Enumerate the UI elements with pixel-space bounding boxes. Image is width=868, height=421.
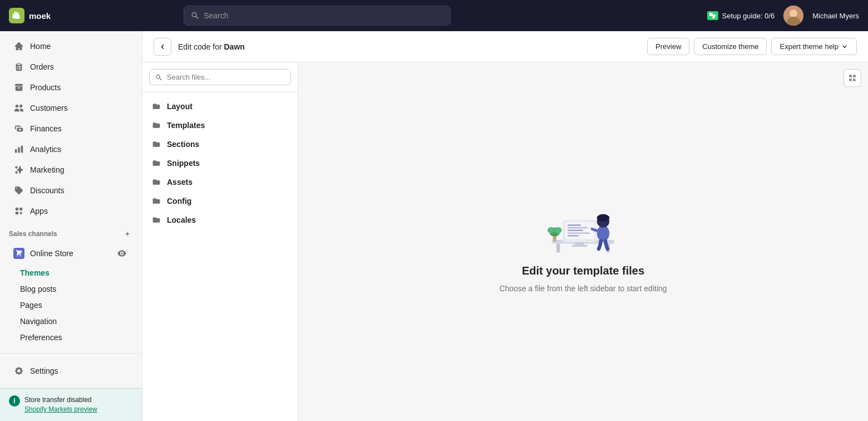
sidebar-item-navigation[interactable]: Navigation: [4, 314, 137, 329]
online-store-left: Online Store: [13, 248, 73, 259]
settings-icon: [13, 365, 24, 376]
sidebar-item-pages[interactable]: Pages: [4, 297, 137, 313]
preview-button[interactable]: Preview: [647, 38, 689, 55]
setup-flag-icon: [707, 11, 718, 20]
sidebar-item-blog-posts[interactable]: Blog posts: [4, 281, 137, 297]
file-search-input[interactable]: [167, 73, 285, 81]
customize-theme-button[interactable]: Customize theme: [694, 38, 767, 55]
edit-title: Edit code for Dawn: [178, 42, 245, 51]
folder-locales-label: Locales: [167, 216, 196, 224]
svg-rect-4: [556, 243, 560, 252]
empty-state-title: Edit your template files: [522, 265, 644, 277]
folder-config-label: Config: [167, 197, 191, 205]
search-icon: [191, 11, 199, 20]
file-search-box: [149, 69, 291, 85]
folder-snippets-label: Snippets: [167, 159, 200, 168]
folder-sections-icon: [151, 139, 161, 149]
sidebar-item-products[interactable]: Products: [4, 77, 137, 97]
preferences-label: Preferences: [20, 333, 62, 342]
theme-name: Dawn: [224, 42, 245, 51]
setup-guide[interactable]: Setup guide: 0/6: [707, 11, 775, 20]
svg-point-21: [555, 227, 562, 233]
apps-icon: [13, 205, 24, 217]
sidebar-item-home[interactable]: Home: [4, 36, 137, 56]
marketing-label: Marketing: [30, 165, 64, 174]
back-button[interactable]: [154, 38, 171, 56]
online-store-eye-button[interactable]: [115, 247, 129, 260]
svg-rect-8: [575, 242, 584, 245]
sidebar-footer: Settings: [0, 353, 142, 388]
expert-label: Expert theme help: [780, 42, 839, 51]
user-avatar[interactable]: [783, 6, 803, 26]
setup-guide-label: Setup guide: 0/6: [722, 12, 775, 20]
notification-bar: i Store transfer disabled Shopify Market…: [0, 388, 142, 421]
folder-assets[interactable]: Assets: [142, 173, 298, 192]
sidebar-item-analytics[interactable]: Analytics: [4, 139, 137, 159]
sidebar: Home Orders Products Cu: [0, 31, 142, 421]
search-box: [184, 6, 451, 26]
avatar-image: [783, 6, 803, 26]
edit-header-left: Edit code for Dawn: [154, 38, 245, 56]
editor-pane: Edit your template files Choose a file f…: [298, 62, 868, 421]
products-icon: [13, 82, 24, 93]
svg-rect-11: [568, 227, 588, 228]
search-input[interactable]: [204, 11, 443, 20]
folder-sections[interactable]: Sections: [142, 135, 298, 154]
sales-channels-header: Sales channels: [0, 222, 142, 242]
folder-config-icon: [151, 196, 161, 206]
sales-channels-label: Sales channels: [9, 230, 57, 238]
orders-icon: [13, 61, 24, 72]
folder-assets-icon: [151, 177, 161, 187]
sidebar-item-customers[interactable]: Customers: [4, 98, 137, 118]
empty-illustration: [539, 191, 628, 258]
sidebar-item-apps[interactable]: Apps: [4, 201, 137, 221]
customers-icon: [13, 102, 24, 114]
topbar: moek Setup guide: 0/6 Michael Myers: [0, 0, 868, 31]
folder-templates-label: Templates: [167, 121, 205, 130]
svg-point-20: [548, 227, 555, 233]
sidebar-item-online-store[interactable]: Online Store: [4, 242, 137, 265]
notification-message: Store transfer disabled: [24, 396, 92, 404]
sidebar-item-discounts[interactable]: Discounts: [4, 180, 137, 200]
folder-templates-icon: [151, 120, 161, 130]
sidebar-item-orders[interactable]: Orders: [4, 57, 137, 77]
search-container: [184, 6, 451, 26]
expand-button[interactable]: [844, 69, 861, 87]
content-area: Edit code for Dawn Preview Customize the…: [142, 31, 868, 421]
analytics-label: Analytics: [30, 145, 61, 154]
svg-point-15: [597, 225, 609, 241]
chevron-down-icon: [841, 43, 849, 51]
folder-assets-label: Assets: [167, 178, 193, 187]
notification-link[interactable]: Shopify Markets preview: [24, 405, 97, 413]
folder-layout-label: Layout: [167, 102, 193, 111]
analytics-icon: [13, 144, 24, 155]
file-search-container: [142, 62, 298, 92]
store-logo[interactable]: moek: [9, 8, 51, 23]
sidebar-item-settings[interactable]: Settings: [4, 361, 137, 381]
svg-rect-14: [568, 235, 579, 236]
folder-config[interactable]: Config: [142, 192, 298, 210]
file-browser: Layout Templates Sections: [142, 62, 298, 421]
sidebar-item-preferences[interactable]: Preferences: [4, 330, 137, 345]
settings-label: Settings: [30, 366, 58, 375]
folder-layout[interactable]: Layout: [142, 97, 298, 116]
sidebar-item-marketing[interactable]: Marketing: [4, 160, 137, 180]
folder-locales[interactable]: Locales: [142, 210, 298, 229]
sidebar-item-themes[interactable]: Themes: [4, 265, 137, 281]
finances-label: Finances: [30, 124, 62, 133]
add-sales-channel-button[interactable]: [122, 228, 133, 239]
online-store-icon: [13, 248, 24, 259]
expert-theme-help-button[interactable]: Expert theme help: [771, 38, 857, 55]
file-search-icon: [155, 74, 162, 81]
notification-text: Store transfer disabled Shopify Markets …: [24, 395, 97, 414]
folder-templates[interactable]: Templates: [142, 116, 298, 135]
notification-icon: i: [9, 395, 20, 407]
edit-header: Edit code for Dawn Preview Customize the…: [142, 31, 868, 62]
expand-icon: [848, 74, 857, 82]
discounts-label: Discounts: [30, 186, 64, 195]
empty-state-subtitle: Choose a file from the left sidebar to s…: [499, 284, 667, 293]
svg-rect-10: [568, 224, 581, 226]
sidebar-item-finances[interactable]: Finances: [4, 119, 137, 139]
folder-snippets[interactable]: Snippets: [142, 154, 298, 173]
customers-label: Customers: [30, 104, 68, 112]
